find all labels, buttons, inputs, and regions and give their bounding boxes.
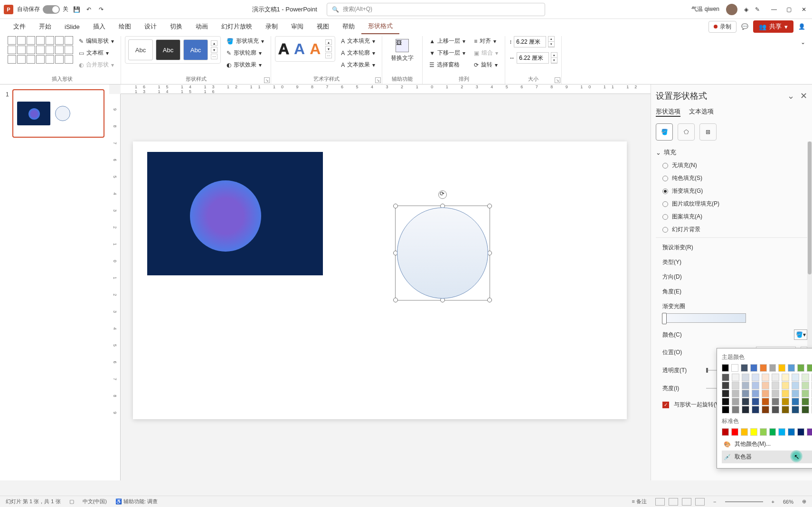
color-swatch[interactable]	[732, 382, 739, 389]
tab-home[interactable]: 开始	[32, 19, 58, 34]
color-swatch[interactable]	[772, 382, 779, 389]
color-swatch[interactable]	[762, 398, 769, 405]
ribbon-collapse-icon[interactable]: ⌄	[801, 39, 805, 46]
color-swatch[interactable]	[742, 406, 749, 413]
wordart-gallery[interactable]: A A A ▴ ▾ ⋯	[275, 36, 335, 62]
zoom-in-button[interactable]: +	[772, 499, 774, 505]
color-swatch[interactable]	[792, 398, 799, 405]
color-swatch[interactable]	[722, 390, 729, 397]
tab-file[interactable]: 文件	[7, 19, 32, 34]
tab-shape-format[interactable]: 形状格式	[361, 19, 399, 34]
fill-option-3[interactable]: 图片或纹理填充(P)	[662, 200, 807, 208]
gallery-more-icon[interactable]: ⋯	[211, 54, 217, 59]
color-swatch[interactable]	[741, 364, 748, 372]
color-swatch[interactable]	[802, 390, 809, 397]
people-icon[interactable]: 👤	[798, 23, 805, 30]
gradient-stop-1[interactable]	[662, 313, 667, 324]
color-swatch[interactable]	[782, 398, 789, 405]
rotate-with-shape-checkbox[interactable]: ✓	[662, 402, 669, 408]
gallery-up-icon[interactable]: ▴	[211, 40, 217, 46]
tab-design[interactable]: 设计	[138, 19, 163, 34]
color-swatch[interactable]	[772, 390, 779, 397]
view-sorter-icon[interactable]	[669, 498, 678, 506]
minimize-button[interactable]: —	[771, 6, 778, 13]
redo-icon[interactable]: ↷	[97, 5, 105, 14]
view-normal-icon[interactable]	[655, 498, 665, 506]
color-swatch[interactable]	[802, 398, 809, 405]
color-swatch[interactable]	[752, 406, 759, 413]
diamond-icon[interactable]: ◈	[744, 6, 748, 13]
gallery-more-icon[interactable]: ⋯	[325, 53, 332, 58]
alt-text-button[interactable]: 🖼 替换文字	[386, 36, 418, 65]
color-swatch[interactable]	[792, 382, 799, 389]
shapes-gallery[interactable]	[8, 36, 73, 64]
tab-animations[interactable]: 动画	[189, 19, 215, 34]
width-stepper[interactable]: ▴▾	[551, 52, 557, 64]
color-swatch[interactable]	[769, 428, 776, 436]
color-swatch[interactable]	[731, 428, 738, 436]
panel-options-icon[interactable]: ⌄	[787, 91, 794, 101]
tab-insert[interactable]: 插入	[86, 19, 112, 34]
color-swatch[interactable]	[782, 382, 789, 389]
shape-fill-button[interactable]: 🪣形状填充 ▾	[224, 36, 267, 46]
color-swatch[interactable]	[752, 398, 759, 405]
panel-close-icon[interactable]: ✕	[800, 91, 807, 101]
color-swatch[interactable]	[762, 406, 769, 413]
rotate-handle[interactable]	[438, 190, 447, 199]
color-swatch[interactable]	[782, 374, 789, 381]
color-swatch[interactable]	[792, 374, 799, 381]
color-swatch[interactable]	[762, 374, 769, 381]
color-swatch[interactable]	[750, 364, 757, 372]
tab-islide[interactable]: iSlide	[58, 20, 86, 33]
color-swatch[interactable]	[802, 382, 809, 389]
edit-shape-button[interactable]: ✎编辑形状 ▾	[76, 36, 117, 46]
pen-icon[interactable]: ✎	[755, 6, 760, 13]
size-launcher[interactable]: ↘	[555, 77, 560, 83]
color-swatch[interactable]	[760, 428, 767, 436]
color-swatch[interactable]	[750, 428, 757, 436]
search-input[interactable]: 🔍 搜索(Alt+Q)	[327, 3, 545, 16]
record-button[interactable]: 录制	[708, 21, 736, 33]
fit-window-icon[interactable]: ⊕	[802, 498, 806, 505]
resize-handle-sw[interactable]	[393, 298, 398, 302]
color-swatch[interactable]	[802, 374, 809, 381]
text-effects-button[interactable]: A文本效果 ▾	[338, 60, 378, 70]
color-swatch[interactable]	[778, 364, 785, 372]
color-swatch[interactable]	[807, 428, 812, 436]
color-swatch[interactable]	[752, 374, 759, 381]
color-swatch[interactable]	[752, 390, 759, 397]
share-button[interactable]: 👥 共享 ▾	[753, 20, 793, 33]
tab-slideshow[interactable]: 幻灯片放映	[215, 19, 259, 34]
notes-button[interactable]: ≡ 备注	[632, 498, 647, 505]
color-swatch[interactable]	[782, 406, 789, 413]
color-swatch[interactable]	[732, 390, 739, 397]
align-button[interactable]: ≡对齐 ▾	[471, 36, 501, 46]
user-avatar[interactable]	[726, 4, 737, 15]
color-swatch[interactable]	[760, 364, 767, 372]
color-swatch[interactable]	[772, 406, 779, 413]
zoom-slider[interactable]	[725, 501, 763, 502]
maximize-button[interactable]: ▢	[786, 6, 793, 13]
color-swatch[interactable]	[732, 398, 739, 405]
tab-help[interactable]: 帮助	[336, 19, 361, 34]
color-swatch[interactable]	[732, 406, 739, 413]
comments-icon[interactable]: 💬	[741, 23, 748, 30]
save-icon[interactable]: 💾	[72, 5, 81, 14]
slide-canvas[interactable]	[133, 141, 627, 419]
color-swatch[interactable]	[797, 428, 804, 436]
resize-handle-nw[interactable]	[393, 204, 398, 208]
slide-image-placeholder[interactable]	[147, 152, 323, 275]
fill-option-5[interactable]: 幻灯片背景	[662, 225, 807, 234]
close-button[interactable]: ✕	[802, 6, 808, 13]
color-swatch[interactable]	[762, 390, 769, 397]
shape-outline-button[interactable]: ✎形状轮廓 ▾	[224, 48, 267, 58]
color-swatch[interactable]	[722, 382, 729, 389]
gallery-down-icon[interactable]: ▾	[211, 47, 217, 53]
shape-style-gallery[interactable]: Abc Abc Abc ▴ ▾ ⋯	[125, 36, 221, 64]
color-swatch[interactable]	[722, 398, 729, 405]
shape-effects-button[interactable]: ◐形状效果 ▾	[224, 60, 267, 70]
rotate-button[interactable]: ⟳旋转 ▾	[471, 60, 501, 70]
color-swatch[interactable]	[732, 374, 739, 381]
panel-tab-text-options[interactable]: 文本选项	[689, 107, 714, 117]
view-slideshow-icon[interactable]	[695, 498, 705, 506]
